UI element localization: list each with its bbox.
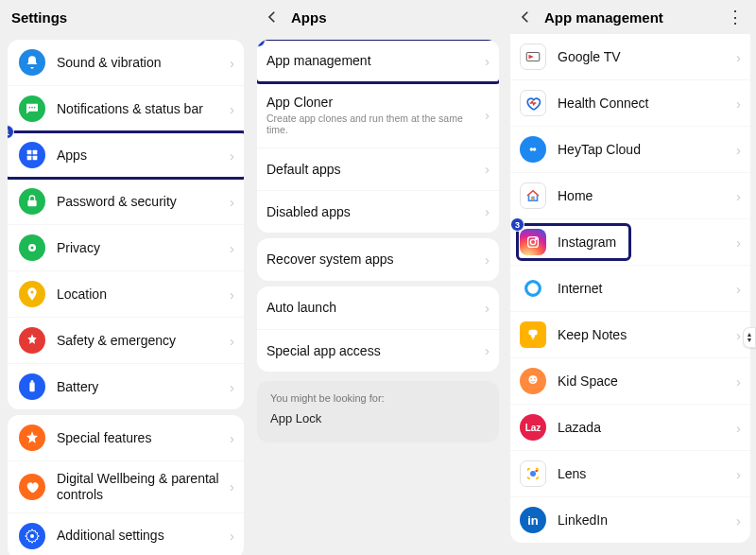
settings-row-notifications[interactable]: Notifications & status bar › <box>8 85 244 131</box>
settings-label: Safety & emergency <box>57 333 224 349</box>
app-row-googletv[interactable]: Google TV › <box>510 34 750 79</box>
apps-row-app-cloner[interactable]: App ClonerCreate app clones and run them… <box>257 82 499 147</box>
app-row-internet[interactable]: Internet › <box>510 265 750 311</box>
special-icon <box>19 425 45 451</box>
svg-rect-19 <box>532 338 534 339</box>
chevron-right-icon: › <box>230 194 234 210</box>
chevron-right-icon: › <box>736 373 741 390</box>
apps-row-special-access[interactable]: Special app access› <box>257 329 499 372</box>
chevron-right-icon: › <box>736 327 741 343</box>
hint-card[interactable]: You might be looking for: App Lock <box>257 381 499 442</box>
chevron-right-icon: › <box>230 333 234 349</box>
settings-row-special[interactable]: Special features › <box>8 415 244 460</box>
settings-title: Settings <box>11 9 67 26</box>
privacy-icon <box>19 234 45 261</box>
apps-row-default-apps[interactable]: Default apps› <box>257 147 499 190</box>
settings-row-battery[interactable]: Battery › <box>8 363 244 409</box>
settings-row-privacy[interactable]: Privacy › <box>8 224 244 270</box>
svg-rect-7 <box>27 200 36 207</box>
svg-point-2 <box>34 107 36 109</box>
apps-row-recover[interactable]: Recover system apps› <box>257 238 499 281</box>
settings-label: Password & security <box>57 194 224 210</box>
app-label: Home <box>558 188 730 204</box>
chevron-right-icon: › <box>736 281 741 297</box>
settings-row-sound[interactable]: Sound & vibration › <box>8 40 244 85</box>
apps-icon <box>19 142 45 168</box>
settings-row-wellbeing[interactable]: Digital Wellbeing & parental controls › <box>8 460 244 512</box>
app-label: LinkedIn <box>558 512 730 529</box>
chevron-right-icon: › <box>736 188 741 204</box>
notifications-icon <box>19 95 45 122</box>
hint-title: You might be looking for: <box>270 392 486 404</box>
settings-row-password[interactable]: Password & security › <box>8 178 244 224</box>
settings-label: Additional settings <box>57 528 224 544</box>
svg-rect-6 <box>33 156 38 161</box>
chevron-right-icon: › <box>230 286 234 303</box>
scroll-handle[interactable]: ▲▼ <box>743 327 756 348</box>
settings-label: Sound & vibration <box>57 55 224 71</box>
location-icon <box>19 281 45 307</box>
apps-row-disabled-apps[interactable]: Disabled apps› <box>257 190 499 233</box>
svg-rect-4 <box>33 150 38 155</box>
chevron-right-icon: › <box>485 251 490 268</box>
chevron-right-icon: › <box>485 300 490 316</box>
app-row-lazada[interactable]: LazLazada › <box>510 404 750 450</box>
app-label: HeyTap Cloud <box>558 142 730 158</box>
settings-label: Digital Wellbeing & parental controls <box>57 471 224 503</box>
app-row-heytap[interactable]: HeyTap Cloud › <box>510 126 750 172</box>
back-icon[interactable] <box>263 8 282 26</box>
chevron-right-icon: › <box>736 142 741 158</box>
svg-point-21 <box>530 378 532 380</box>
apps-row-app-mgmt[interactable]: App management›2 <box>257 40 499 82</box>
more-icon[interactable]: ⋮ <box>726 7 745 27</box>
apps-label: Default apps <box>266 162 479 178</box>
chevron-right-icon: › <box>736 49 741 65</box>
chevron-right-icon: › <box>736 234 741 251</box>
svg-point-13 <box>30 534 34 538</box>
apps-panel: Apps App management›2App ClonerCreate ap… <box>251 0 505 555</box>
app-label: Keep Notes <box>558 327 730 343</box>
chevron-right-icon: › <box>736 420 741 436</box>
svg-rect-5 <box>27 156 32 161</box>
settings-row-safety[interactable]: Safety & emergency › <box>8 317 244 363</box>
svg-rect-12 <box>31 380 34 382</box>
additional-icon <box>19 523 45 549</box>
wellbeing-icon <box>19 474 45 500</box>
app-row-instagram[interactable]: Instagram ›3 <box>510 218 750 265</box>
app-row-home[interactable]: Home › <box>510 172 750 218</box>
app-label: Google TV <box>558 49 730 65</box>
settings-panel: Settings Sound & vibration › Notificatio… <box>0 0 251 555</box>
chevron-right-icon: › <box>485 53 490 69</box>
app-label: Kid Space <box>558 373 730 390</box>
app-row-kidspace[interactable]: Kid Space › <box>510 357 750 404</box>
svg-point-17 <box>536 238 538 240</box>
apps-label: Disabled apps <box>266 204 479 220</box>
app-row-lens[interactable]: Lens › <box>510 450 750 496</box>
app-management-panel: App management ⋮ Google TV ›Health Conne… <box>505 0 756 555</box>
app-label: Internet <box>558 281 730 297</box>
apps-label: Special app access <box>266 343 479 359</box>
apps-label: Auto launch <box>266 300 479 316</box>
step-badge-3: 3 <box>510 217 524 232</box>
svg-point-1 <box>31 107 33 109</box>
app-label: Health Connect <box>558 95 730 112</box>
app-label: Lazada <box>558 420 730 436</box>
svg-rect-3 <box>27 150 32 155</box>
settings-label: Privacy <box>57 240 224 256</box>
settings-row-additional[interactable]: Additional settings › <box>8 512 244 555</box>
app-row-health[interactable]: Health Connect › <box>510 79 750 126</box>
settings-row-location[interactable]: Location › <box>8 270 244 317</box>
password-icon <box>19 188 45 215</box>
app-row-linkedin[interactable]: inLinkedIn › <box>510 496 750 543</box>
back-icon[interactable] <box>516 8 535 26</box>
apps-label: App management <box>266 53 479 69</box>
chevron-right-icon: › <box>230 430 234 446</box>
chevron-right-icon: › <box>485 107 490 123</box>
chevron-right-icon: › <box>230 147 234 164</box>
sound-icon <box>19 49 45 76</box>
chevron-right-icon: › <box>485 161 490 177</box>
chevron-right-icon: › <box>230 478 234 494</box>
app-row-keep[interactable]: Keep Notes › <box>510 311 750 357</box>
settings-row-apps[interactable]: Apps ›1 <box>8 131 244 178</box>
apps-row-autolaunch[interactable]: Auto launch› <box>257 286 499 329</box>
